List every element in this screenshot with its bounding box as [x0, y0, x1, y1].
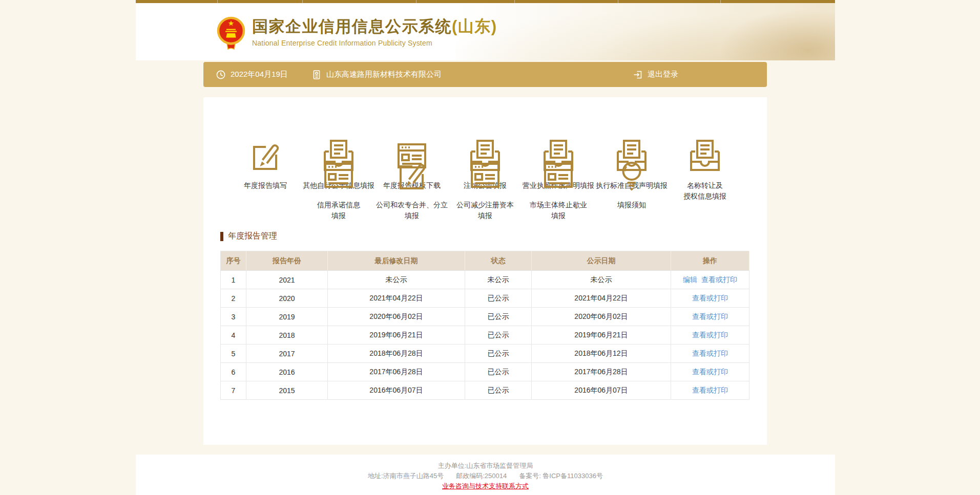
view-print-link[interactable]: 查看或打印: [692, 294, 728, 302]
site-footer: 主办单位:山东省市场监督管理局 地址:济南市燕子山路45号邮政编码:250014…: [136, 455, 835, 495]
action-merger-division[interactable]: 公司和农专合并、分立填报: [376, 158, 449, 221]
col-no: 序号: [221, 251, 246, 271]
status-badge: 已公示: [465, 363, 532, 381]
table-row: 4 2018 2019年06月21日 已公示 2019年06月21日 查看或打印: [221, 326, 749, 345]
footer-postcode: 邮政编码:250014: [456, 472, 507, 480]
col-published: 公示日期: [532, 251, 671, 271]
status-badge: 已公示: [465, 345, 532, 363]
action-business-termination[interactable]: 市场主体终止歇业填报: [522, 158, 595, 221]
clock-icon: [216, 70, 226, 80]
logout-icon: [633, 70, 643, 80]
action-other-publicity-info[interactable]: 其他自行公示信息填报: [302, 139, 376, 158]
bulb-icon: [614, 158, 649, 193]
footer-address: 地址:济南市燕子山路45号: [368, 472, 444, 480]
view-print-link[interactable]: 查看或打印: [701, 275, 737, 284]
table-row: 2 2020 2021年04月22日 已公示 2021年04月22日 查看或打印: [221, 289, 749, 308]
main-panel: 年度报告填写 其他自行公示信息填报 年度报告模板下载 注销公告填报 营业执照作废…: [203, 97, 767, 445]
col-year: 报告年份: [246, 251, 328, 271]
section-title: 年度报告管理: [220, 231, 767, 242]
table-row: 6 2016 2017年06月28日 已公示 2017年06月28日 查看或打印: [221, 363, 749, 381]
logout-button[interactable]: 退出登录: [633, 62, 678, 87]
page-title-region: (山东): [452, 17, 497, 35]
col-operations: 操作: [671, 251, 749, 271]
action-cancellation-announcement[interactable]: 注销公告填报: [449, 139, 522, 158]
action-capital-reduction[interactable]: 公司减少注册资本填报: [449, 158, 522, 221]
current-date: 2022年04月19日: [216, 62, 288, 87]
action-standard-self-declaration[interactable]: 执行标准自我声明填报: [595, 139, 669, 158]
action-name-transfer-authorization[interactable]: 名称转让及授权信息填报: [669, 139, 742, 158]
mountain-artwork: [456, 3, 835, 60]
status-badge: 未公示: [465, 271, 532, 289]
footer-address-line: 地址:济南市燕子山路45号邮政编码:250014备案号: 鲁ICP备110330…: [136, 471, 835, 481]
edit-icon: [394, 158, 429, 193]
template-icon: [468, 158, 503, 193]
action-annual-report-template-download[interactable]: 年度报告模板下载: [376, 139, 449, 158]
status-badge: 已公示: [465, 289, 532, 308]
table-row: 7 2015 2016年06月07日 已公示 2016年06月07日 查看或打印: [221, 381, 749, 400]
table-row: 5 2017 2018年06月28日 已公示 2018年06月12日 查看或打印: [221, 345, 749, 363]
page-subtitle: National Enterprise Credit Information P…: [252, 39, 497, 47]
template-icon: [541, 158, 576, 193]
action-annual-report-fill[interactable]: 年度报告填写: [229, 139, 302, 158]
brand: 国家企业信用信息公示系统(山东) National Enterprise Cre…: [217, 15, 497, 51]
page-title: 国家企业信用信息公示系统(山东): [252, 17, 497, 36]
id-card-icon: [311, 70, 322, 80]
col-status: 状态: [465, 251, 532, 271]
view-print-link[interactable]: 查看或打印: [692, 386, 728, 394]
view-print-link[interactable]: 查看或打印: [692, 349, 728, 357]
status-badge: 已公示: [465, 308, 532, 326]
support-contact-link[interactable]: 业务咨询与技术支持联系方式: [442, 482, 529, 490]
edit-link[interactable]: 编辑: [683, 275, 697, 284]
view-print-link[interactable]: 查看或打印: [692, 312, 728, 320]
col-modified: 最后修改日期: [328, 251, 465, 271]
national-emblem-icon: [217, 15, 245, 51]
logged-in-company: 山东高速路用新材料技术有限公司: [311, 62, 442, 87]
table-row: 3 2019 2020年06月02日 已公示 2020年06月02日 查看或打印: [221, 308, 749, 326]
view-print-link[interactable]: 查看或打印: [692, 368, 728, 376]
footer-organizer: 主办单位:山东省市场监督管理局: [136, 461, 835, 471]
view-print-link[interactable]: 查看或打印: [692, 331, 728, 339]
site-header: 国家企业信用信息公示系统(山东) National Enterprise Cre…: [136, 3, 835, 60]
footer-icp: 备案号: 鲁ICP备11033036号: [519, 472, 603, 480]
session-toolbar: 2022年04月19日 山东高速路用新材料技术有限公司 退出登录: [203, 62, 767, 87]
action-filing-instructions[interactable]: 填报须知: [595, 158, 669, 221]
action-license-invalidation[interactable]: 营业执照作废声明填报: [522, 139, 595, 158]
inbox-doc-icon: [687, 139, 722, 174]
table-header-row: 序号 报告年份 最后修改日期 状态 公示日期 操作: [221, 251, 749, 271]
annual-report-table: 序号 报告年份 最后修改日期 状态 公示日期 操作 1 2021 未公示 未公示…: [220, 251, 749, 400]
status-badge: 已公示: [465, 381, 532, 400]
quick-actions-row-1: 年度报告填写 其他自行公示信息填报 年度报告模板下载 注销公告填报 营业执照作废…: [203, 97, 767, 158]
status-badge: 已公示: [465, 326, 532, 345]
table-row: 1 2021 未公示 未公示 未公示 编辑查看或打印: [221, 271, 749, 289]
action-credit-commitment[interactable]: 信用承诺信息填报: [302, 158, 376, 221]
template-icon: [321, 158, 356, 193]
edit-icon: [248, 139, 283, 174]
section-title-marker: [220, 232, 223, 241]
